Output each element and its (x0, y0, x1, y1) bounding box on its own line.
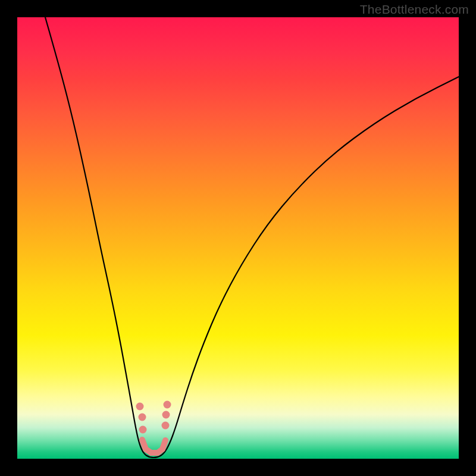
sample-dot (162, 411, 170, 419)
optimum-well-highlight (142, 440, 165, 453)
chart-frame: TheBottleneck.com (0, 0, 476, 476)
bottleneck-curve (45, 17, 459, 458)
sample-dots-group (136, 401, 171, 434)
sample-dot (136, 403, 144, 411)
sample-dot (139, 426, 147, 434)
sample-dot (164, 401, 171, 409)
bottleneck-curve-svg (17, 17, 459, 459)
sample-dot (139, 414, 146, 421)
watermark-text: TheBottleneck.com (360, 2, 469, 17)
sample-dot (162, 422, 170, 430)
plot-area (17, 17, 459, 459)
